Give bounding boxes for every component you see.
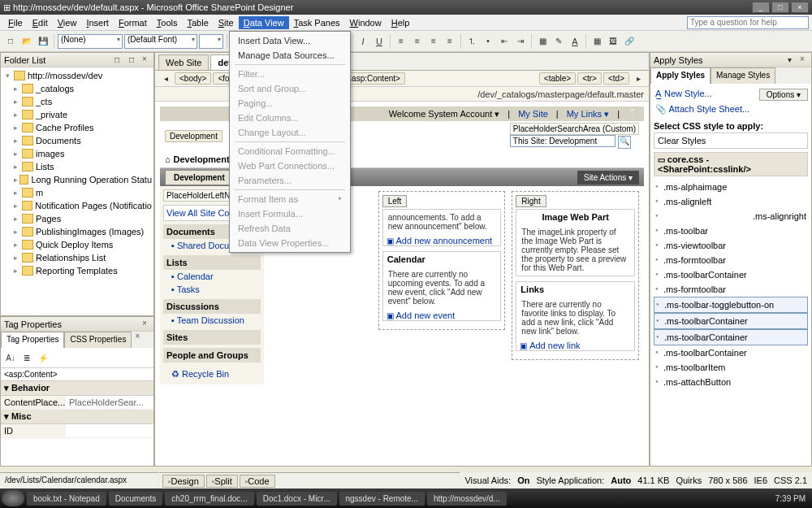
tree-node[interactable]: ▸_private [2, 108, 152, 121]
taskbar-item[interactable]: Doc1.docx - Micr... [257, 492, 337, 506]
design-view-tab[interactable]: ▫Design [162, 475, 205, 488]
sp-breadcrumb[interactable]: Development [165, 130, 222, 142]
css-class-item[interactable]: .ms-toolbar [654, 224, 808, 238]
highlight-icon[interactable]: ✎ [551, 34, 566, 49]
menu-table[interactable]: Table [182, 16, 213, 29]
tree-node[interactable]: ▸Reporting Templates [2, 264, 152, 277]
css-source-header[interactable]: ▭ core.css - <SharePoint:csslink/> [654, 152, 808, 176]
help-icon[interactable]: ❔ [628, 109, 639, 119]
font-select[interactable]: (Default Font) [124, 34, 197, 49]
css-class-item[interactable]: .ms-toolbarItem [654, 360, 808, 375]
menu-help[interactable]: Help [387, 16, 415, 29]
taskbar-item[interactable]: Documents [109, 492, 163, 506]
webpart-zone-left[interactable]: Left announcements. To add a new announc… [378, 191, 506, 330]
topnav-tab[interactable]: Development [165, 170, 234, 185]
recycle-bin-link[interactable]: Recycle Bin [182, 369, 229, 379]
menu-data-view[interactable]: Data View [239, 16, 289, 29]
new-style-link[interactable]: A̲ New Style... [654, 87, 714, 100]
mylinks-menu[interactable]: My Links ▾ [567, 109, 609, 119]
property-grid[interactable]: ▾ BehaviorContentPlace...PlaceHolderSear… [1, 381, 153, 466]
justify-icon[interactable]: ≡ [443, 34, 457, 49]
menu-window[interactable]: Window [345, 16, 387, 29]
taskbar-item[interactable]: http://mossdev/d... [427, 492, 507, 506]
tree-node[interactable]: ▸PublishingImages (Images) [2, 225, 152, 238]
maximize-button[interactable]: □ [771, 2, 789, 13]
menu-item-manage-data-sources[interactable]: Manage Data Sources... [231, 48, 348, 63]
tab-apply-styles[interactable]: Apply Styles [650, 67, 710, 84]
tree-node[interactable]: ▸images [2, 147, 152, 160]
crumb[interactable]: <body> [175, 72, 211, 85]
crumb-back-icon[interactable]: ◂ [158, 72, 173, 86]
bullet-list-icon[interactable]: • [481, 34, 495, 49]
apply-styles-close[interactable]: × [797, 54, 808, 66]
tag-properties-close[interactable]: × [139, 319, 150, 330]
add-event-link[interactable]: Add new event [396, 310, 456, 320]
size-select[interactable] [199, 34, 223, 49]
add-announcement-link[interactable]: Add new announcement [396, 236, 493, 245]
tree-node[interactable]: ▸_catalogs [2, 82, 152, 95]
new-icon[interactable]: □ [3, 34, 18, 49]
menu-insert[interactable]: Insert [81, 16, 114, 29]
table-icon[interactable]: ▦ [590, 34, 604, 49]
prop-category[interactable]: ▾ Behavior [1, 381, 153, 396]
minimize-button[interactable]: _ [752, 2, 770, 13]
css-class-item[interactable]: .ms-formtoolbar [654, 282, 808, 297]
image-icon[interactable]: 🖼 [606, 34, 620, 49]
taskbar-item[interactable]: ngssdev - Remote... [339, 492, 425, 506]
css-class-item[interactable]: .ms-toolbarContainer [654, 313, 808, 329]
menu-view[interactable]: View [53, 16, 82, 29]
css-class-item[interactable]: .ms-alignright [654, 209, 808, 224]
tree-node[interactable]: ▸Pages [2, 212, 152, 225]
menu-format[interactable]: Format [114, 16, 152, 29]
sort-cat-icon[interactable]: ≣ [19, 350, 34, 365]
tree-root[interactable]: ▾http://mossdev/dev [2, 69, 152, 82]
tree-node[interactable]: ▸Documents [2, 134, 152, 147]
search-go-icon[interactable]: 🔍 [618, 136, 631, 149]
align-center-icon[interactable]: ≡ [410, 34, 425, 49]
webpart-zone-right[interactable]: Right Image Web Part The imageLink prope… [512, 191, 639, 360]
css-class-item[interactable]: .ms-toolbar-togglebutton-on [654, 297, 808, 313]
crumb[interactable]: <td> [603, 72, 629, 85]
indent-icon[interactable]: ⇥ [513, 34, 528, 49]
hyperlink-icon[interactable]: 🔗 [622, 34, 637, 49]
align-right-icon[interactable]: ≡ [426, 34, 441, 49]
css-class-item[interactable]: .ms-attachButton [654, 375, 808, 389]
menu-tools[interactable]: Tools [152, 16, 183, 29]
underline-icon[interactable]: U [372, 34, 387, 49]
sort-az-icon[interactable]: A↓ [3, 350, 18, 365]
close-button[interactable]: × [791, 2, 809, 13]
css-class-item[interactable]: .ms-toolbarContainer [654, 267, 808, 282]
css-class-item[interactable]: .ms-viewtoolbar [654, 238, 808, 253]
tree-node[interactable]: ▸Quick Deploy Items [2, 238, 152, 251]
welcome-menu[interactable]: Welcome System Account ▾ [389, 109, 500, 119]
taskbar-item[interactable]: book.txt - Notepad [27, 492, 106, 506]
panel-dropdown-icon[interactable]: ▾ [782, 53, 797, 67]
style-select[interactable]: (None) [58, 34, 123, 49]
numbered-list-icon[interactable]: ⒈ [464, 34, 479, 49]
menu-item-insert-data-view[interactable]: Insert Data View... [231, 33, 348, 48]
tree-node[interactable]: ▸Long Running Operation Statu [2, 173, 152, 186]
ql-item[interactable]: ▪ Tasks [163, 283, 261, 296]
font-color-icon[interactable]: A [568, 34, 582, 49]
ql-item[interactable]: ▪ Calendar [163, 270, 261, 283]
tree-node[interactable]: ▸Notification Pages (Notificatio [2, 199, 152, 212]
search-scope-select[interactable]: This Site: Development [510, 135, 615, 147]
css-class-item[interactable]: .ms-alignleft [654, 194, 808, 209]
ql-item[interactable]: ▪ Team Discussion [163, 314, 261, 327]
crumb-fwd-icon[interactable]: ▸ [631, 72, 646, 86]
ql-heading[interactable]: Sites [163, 330, 261, 345]
borders-icon[interactable]: ▦ [535, 34, 550, 49]
menu-file[interactable]: File [3, 16, 28, 29]
css-class-item[interactable]: .ms-toolbarContainer [654, 329, 808, 345]
menu-edit[interactable]: Edit [28, 16, 53, 29]
align-left-icon[interactable]: ≡ [394, 34, 408, 49]
ql-heading[interactable]: People and Groups [163, 348, 261, 363]
start-button[interactable] [2, 490, 24, 506]
options-button[interactable]: Options ▾ [759, 89, 808, 101]
menu-task-panes[interactable]: Task Panes [289, 16, 345, 29]
css-class-item[interactable]: .ms-formtoolbar [654, 253, 808, 267]
new-page-icon[interactable]: □ [124, 53, 139, 67]
split-view-tab[interactable]: ▫Split [206, 475, 238, 488]
prop-category[interactable]: ▾ Misc [1, 410, 153, 424]
ql-heading[interactable]: Lists [163, 255, 261, 270]
